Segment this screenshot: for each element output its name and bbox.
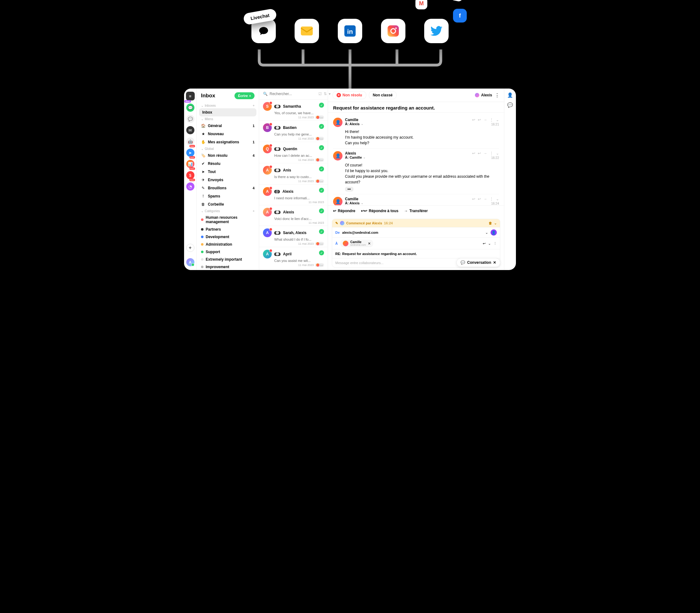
svg-text:in: in	[347, 28, 353, 35]
rail-mail-icon[interactable]: ✉	[186, 126, 194, 134]
forward-icon[interactable]: →	[483, 118, 487, 122]
svg-point-5	[395, 27, 397, 29]
app-logo[interactable]: ≡Bêta	[186, 92, 195, 101]
msg-more-icon[interactable]: ⋮	[489, 151, 493, 156]
status-unresolved[interactable]: ✕Non résolu	[332, 91, 366, 99]
section-global[interactable]: ⌄Global	[196, 146, 259, 152]
recipient-chip[interactable]: Camillesedestral.com ✕	[340, 240, 373, 247]
folder-item[interactable]: ★Nouveau	[196, 130, 259, 138]
rail-stats-icon[interactable]: 📊Soon	[186, 160, 194, 168]
rail-bot-icon[interactable]: 🤖Soon	[186, 138, 194, 145]
category-item[interactable]: Human resources management	[196, 214, 259, 226]
reply-mode-dropdown-icon[interactable]: ⌄	[488, 242, 491, 246]
msg-more-icon[interactable]: ⋮	[489, 197, 493, 201]
mini-gmail[interactable]: M	[416, 0, 427, 9]
right-rail: 👤 💬	[504, 89, 516, 270]
folder-item[interactable]: ✋Mes assignations1	[196, 138, 259, 146]
thread-item[interactable]: B💬Bastien Can you help me gene... 11 mai…	[259, 121, 328, 142]
folder-item[interactable]: !Spams	[196, 192, 259, 200]
channel-linkedin[interactable]: in	[338, 19, 362, 43]
category-item[interactable]: Administration	[196, 240, 259, 248]
thread-item[interactable]: A💬Alexis Voici donc le lien d'acc... 11 …	[259, 205, 328, 226]
folder-item[interactable]: ✈Envoyés	[196, 176, 259, 184]
rail-chat-icon[interactable]: 💬	[186, 104, 194, 112]
select-all-icon[interactable]: ☑	[318, 92, 322, 96]
comments-icon[interactable]: 💬	[507, 102, 513, 108]
folder-item[interactable]: 🗑Corbeille	[196, 200, 259, 208]
compose-to-row: À Camillesedestral.com ✕ ↩ ⌄ ⋮	[332, 237, 500, 249]
collapse-compose-icon[interactable]: ⌄	[494, 221, 497, 225]
mini-messenger[interactable]: ◆	[450, 0, 464, 2]
profile-icon[interactable]: 👤	[507, 92, 513, 98]
compose-from-row: De alexis@sedestral.com ⌄ 👤	[332, 227, 500, 237]
remove-recipient-icon[interactable]: ✕	[368, 242, 371, 246]
reply-icon[interactable]: ↩	[472, 151, 475, 156]
sidebar: Inbox Écrire + ⌄Inboxes+ Inbox ⌄Miens 🏠G…	[196, 89, 259, 270]
category-item[interactable]: Extremely important	[196, 256, 259, 263]
status-unclassified[interactable]: Non classé	[369, 91, 397, 99]
forward-icon[interactable]: →	[483, 151, 487, 156]
folder-item[interactable]: 🏠Général1	[196, 122, 259, 130]
rail-bubble-icon[interactable]: 💬	[186, 115, 194, 123]
msg-more-icon[interactable]: ⋮	[489, 118, 493, 122]
collapse-icon[interactable]: ⌄	[496, 118, 499, 122]
category-item[interactable]: Support	[196, 248, 259, 256]
compose-subject[interactable]: RE: Request for assistance regarding an …	[332, 249, 500, 258]
thread-item[interactable]: A💬April Can you assist me wit... 11 mai …	[259, 247, 328, 269]
thread-item[interactable]: J💬John Why am I experiencin... ✓	[259, 269, 328, 270]
channel-instagram[interactable]	[381, 19, 405, 43]
reply-all-icon[interactable]: ↩	[478, 118, 481, 122]
section-categories[interactable]: ⌄Catégories+	[196, 208, 259, 214]
mini-facebook[interactable]: f	[453, 9, 467, 23]
reply-icon[interactable]: ↩	[472, 118, 475, 122]
thread-item[interactable]: A@Alexis I need more informati... 11 mai…	[259, 185, 328, 205]
rail-pie-icon[interactable]: ◔	[186, 182, 194, 191]
reply-all-button[interactable]: ↩↩ Répondre à tous	[361, 209, 398, 213]
section-inboxes[interactable]: ⌄Inboxes+	[196, 103, 259, 108]
folder-item[interactable]: 🏷️Non résolu4	[196, 152, 259, 160]
reply-bar: ↩ Répondre ↩↩ Répondre à tous → Transfér…	[328, 205, 504, 216]
channel-livechat[interactable]: Livechat	[251, 19, 276, 43]
reply-mode-icon[interactable]: ↩	[483, 242, 486, 246]
compose-more-icon[interactable]: ⋮	[493, 242, 497, 246]
folder-item[interactable]: ➤Tout	[196, 168, 259, 176]
channel-twitter[interactable]: M O ◆ f	[424, 19, 449, 43]
search-input[interactable]	[269, 92, 317, 96]
reply-icon[interactable]: ↩	[472, 197, 475, 201]
reply-all-icon[interactable]: ↩	[478, 197, 481, 201]
thread-item[interactable]: S💬Samantha Yes, of course, we have... 11…	[259, 100, 328, 121]
compose-button[interactable]: Écrire +	[234, 92, 255, 99]
channel-email[interactable]	[295, 19, 319, 43]
assignee-chip[interactable]: Alexis	[475, 93, 492, 97]
category-item[interactable]: Development	[196, 233, 259, 240]
rail-cost-icon[interactable]: $Soon	[186, 171, 194, 179]
thread-item[interactable]: Q💬Quentin How can I delete an ac... 11 m…	[259, 142, 328, 164]
more-icon[interactable]: ⋮	[495, 92, 500, 98]
rail-send-icon[interactable]: ➤Soon	[186, 149, 194, 157]
collapse-icon[interactable]: ⌄	[496, 197, 499, 201]
thread-item[interactable]: A💬Sarah, Alexis What should I do if I fo…	[259, 226, 328, 247]
forward-icon[interactable]: →	[483, 197, 487, 201]
section-miens[interactable]: ⌄Miens	[196, 116, 259, 122]
forward-button[interactable]: → Transférer	[404, 209, 428, 213]
rail-add-button[interactable]: +	[186, 244, 194, 252]
delete-draft-icon[interactable]: 🗑	[489, 221, 492, 225]
folder-item[interactable]: ✎Brouillons4	[196, 184, 259, 192]
thread-item[interactable]: A💬Anis Is there a way to custo... 11 mai…	[259, 164, 328, 185]
compose-from-value[interactable]: alexis@sedestral.com	[342, 231, 378, 234]
folder-item[interactable]: ✔Résolu	[196, 160, 259, 168]
from-dropdown-icon[interactable]: ⌄	[485, 231, 488, 235]
expand-quote[interactable]: •••	[345, 187, 354, 192]
close-icon[interactable]: ✕	[493, 260, 496, 265]
search-icon: 🔍	[263, 92, 268, 96]
category-item[interactable]: Partners	[196, 226, 259, 233]
rail-user-avatar[interactable]: A	[186, 258, 194, 266]
collapse-icon[interactable]: ⌄	[496, 151, 499, 156]
reply-all-icon[interactable]: ↩	[478, 151, 481, 156]
conversation-pill[interactable]: 💬 Conversation ✕	[456, 258, 500, 267]
folder-inbox[interactable]: Inbox	[199, 108, 256, 116]
connector-diagram	[9, 50, 691, 90]
sort-icon[interactable]: ⇅	[324, 92, 327, 96]
reply-button[interactable]: ↩ Répondre	[333, 209, 355, 213]
category-item[interactable]: Improvement	[196, 263, 259, 270]
